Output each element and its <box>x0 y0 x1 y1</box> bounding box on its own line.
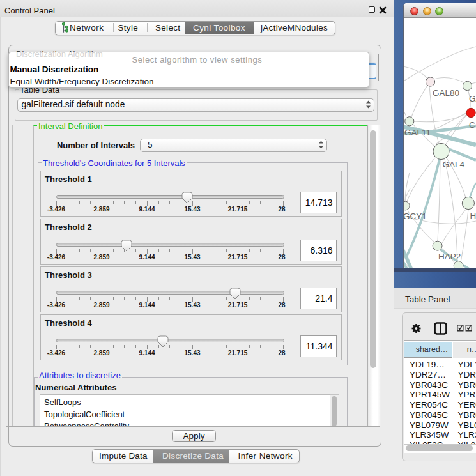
svg-text:HAP2: HAP2 <box>438 252 461 261</box>
svg-text:GA: GA <box>469 94 476 104</box>
svg-text:H: H <box>470 211 476 220</box>
svg-text:GAL80: GAL80 <box>433 88 459 98</box>
svg-text:GAL4: GAL4 <box>443 160 465 169</box>
svg-text:C: C <box>469 120 475 130</box>
svg-text:GCY1: GCY1 <box>404 211 427 221</box>
svg-text:GAL11: GAL11 <box>404 128 431 137</box>
